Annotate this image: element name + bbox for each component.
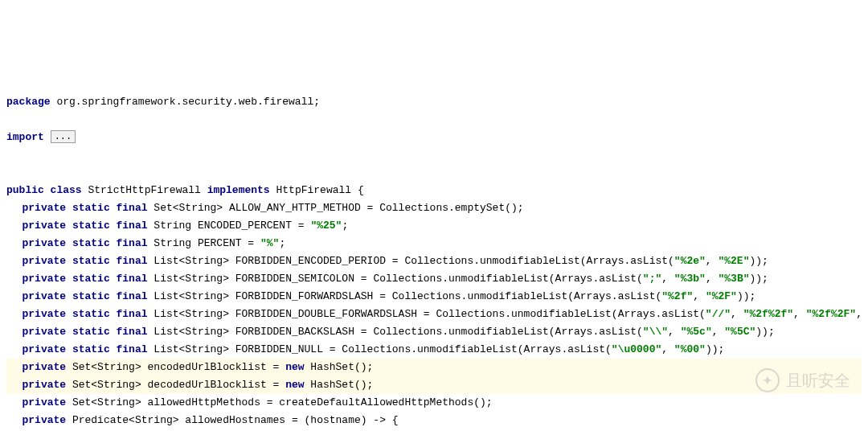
decl: List<String> FORBIDDEN_DOUBLE_FORWARDSLA…: [148, 308, 706, 320]
end: ();: [354, 361, 373, 373]
kw-import: import: [6, 131, 44, 143]
comma: ,: [661, 343, 674, 355]
string-literal: "%2f": [661, 290, 693, 302]
kw-new: new: [285, 361, 304, 373]
iface-name: HttpFirewall {: [270, 184, 364, 196]
comma: ,: [668, 326, 681, 338]
kw-package: package: [6, 96, 51, 108]
comma: ,: [731, 308, 743, 320]
blank-line: [6, 149, 13, 161]
pkg-name: org.springframework.security.web.firewal…: [51, 96, 320, 108]
string-literal: ";": [643, 273, 661, 285]
mods: private: [23, 396, 67, 408]
class-name: StrictHttpFirewall: [82, 184, 207, 196]
ctor: HashSet: [305, 379, 354, 391]
end: ));: [755, 326, 774, 338]
string-literal: "%2f%2f": [743, 308, 793, 320]
comma: ,: [793, 308, 806, 320]
end: ));: [706, 343, 724, 355]
line: package org.springframework.security.web…: [6, 96, 320, 108]
mods: private static final: [23, 202, 148, 214]
decl: List<String> FORBIDDEN_NULL = Collection…: [148, 343, 612, 355]
string-literal: "%2e": [674, 255, 706, 267]
mods: private: [23, 379, 67, 391]
comma: ,: [712, 326, 725, 338]
line-highlighted: private Set<String> decodedUrlBlocklist …: [6, 376, 862, 394]
end: ));: [749, 255, 768, 267]
end: ));: [750, 273, 768, 285]
comma: ,: [693, 290, 706, 302]
line: private Predicate<String> allowedHostnam…: [6, 414, 399, 426]
string-literal: "%25": [310, 220, 342, 232]
comma: ,: [706, 273, 719, 285]
decl: String ENCODED_PERCENT =: [148, 220, 311, 232]
string-literal: "//": [706, 308, 731, 320]
decl: Set<String> allowedHttpMethods = createD…: [66, 396, 493, 408]
string-literal: "%2f%2F": [806, 308, 856, 320]
fold-icon[interactable]: ...: [51, 130, 76, 143]
decl: String PERCENT =: [148, 237, 260, 249]
mods: private static final: [23, 237, 148, 249]
decl: List<String> FORBIDDEN_FORWARDSLASH = Co…: [148, 290, 662, 302]
line: public class StrictHttpFirewall implemen…: [6, 184, 364, 196]
comma: ,: [661, 273, 674, 285]
string-literal: "%3b": [674, 273, 706, 285]
blank-line: [6, 113, 13, 125]
wechat-icon: ✦: [755, 368, 780, 392]
line-highlighted: private Set<String> encodedUrlBlocklist …: [6, 359, 862, 376]
line: private static final String ENCODED_PERC…: [6, 220, 348, 232]
string-literal: "%3B": [718, 273, 749, 285]
mods: private static final: [23, 220, 148, 232]
decl: Set<String> decodedUrlBlocklist =: [66, 379, 285, 391]
mods: private static final: [23, 255, 148, 267]
string-literal: "%": [260, 237, 279, 249]
kw-public-class: public class: [6, 184, 82, 196]
watermark: ✦ 且听安全: [755, 368, 850, 392]
mods: private static final: [23, 290, 148, 302]
comma: ,: [706, 255, 719, 267]
line: private static final List<String> FORBID…: [6, 290, 755, 302]
string-literal: "%5C": [724, 326, 755, 338]
line: private static final List<String> FORBID…: [6, 308, 868, 320]
line: private static final List<String> FORBID…: [6, 326, 775, 338]
end: ();: [354, 379, 373, 391]
decl: Set<String> ALLOW_ANY_HTTP_METHOD = Coll…: [148, 202, 524, 214]
mods: private static final: [23, 343, 148, 355]
kw-new: new: [285, 379, 304, 391]
code-viewer: package org.springframework.security.web…: [6, 76, 862, 431]
semi: ;: [279, 237, 285, 249]
mods: private: [23, 414, 67, 426]
end: ));: [737, 290, 755, 302]
line: private Set<String> allowedHttpMethods =…: [6, 396, 493, 408]
line: private static final List<String> FORBID…: [6, 343, 724, 355]
line: private static final List<String> FORBID…: [6, 273, 768, 285]
kw-implements: implements: [207, 184, 270, 196]
watermark-text: 且听安全: [786, 371, 850, 389]
blank-line: [6, 166, 13, 179]
decl: Set<String> encodedUrlBlocklist =: [66, 361, 285, 373]
semi: ;: [342, 220, 348, 232]
string-literal: "%2E": [718, 255, 749, 267]
decl: Predicate<String> allowedHostnames = (ho…: [66, 414, 398, 426]
decl: List<String> FORBIDDEN_BACKSLASH = Colle…: [148, 326, 643, 338]
string-literal: "%00": [674, 343, 706, 355]
mods: private static final: [23, 308, 148, 320]
decl: List<String> FORBIDDEN_SEMICOLON = Colle…: [148, 273, 643, 285]
string-literal: "%5c": [681, 326, 712, 338]
line: import ...: [6, 131, 76, 143]
line: private static final List<String> FORBID…: [6, 255, 768, 267]
mods: private static final: [23, 326, 148, 338]
comma: ,: [856, 308, 868, 320]
string-literal: "\\": [643, 326, 668, 338]
line: private static final Set<String> ALLOW_A…: [6, 202, 524, 214]
string-literal: "\u0000": [612, 343, 661, 355]
line: private static final String PERCENT = "%…: [6, 237, 285, 249]
ctor: HashSet: [305, 361, 354, 373]
decl: List<String> FORBIDDEN_ENCODED_PERIOD = …: [148, 255, 674, 267]
mods: private static final: [23, 273, 148, 285]
mods: private: [23, 361, 67, 373]
string-literal: "%2F": [706, 290, 737, 302]
